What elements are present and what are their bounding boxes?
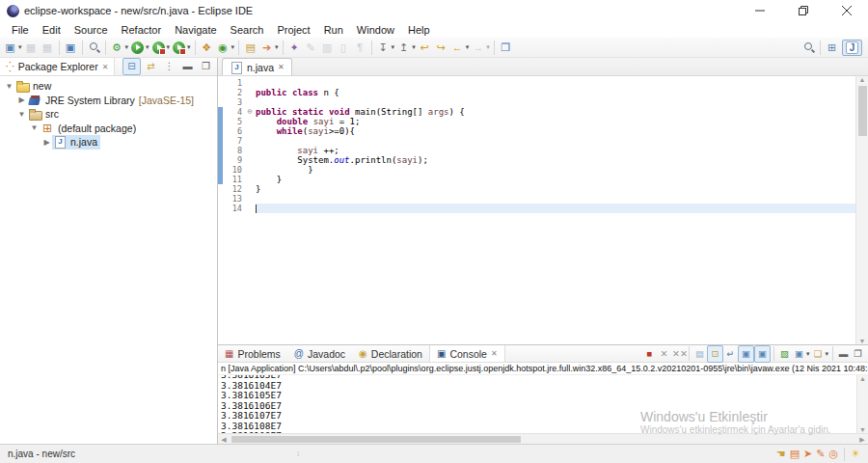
dropdown-arrow-icon[interactable]: ▾ xyxy=(146,43,149,51)
scroll-down-icon[interactable]: ▼ xyxy=(857,426,868,433)
package-explorer-tree[interactable]: ▼new▶JRE System Library [JavaSE-15]▼src▼… xyxy=(0,76,217,444)
last-edit-location-button[interactable]: ↩ xyxy=(417,39,433,56)
console-vertical-scrollbar[interactable]: ▲ ▼ xyxy=(856,375,868,433)
expander-open-icon[interactable]: ▼ xyxy=(4,82,14,91)
run-coverage-button[interactable]: ▾ xyxy=(150,39,172,56)
tab-problems[interactable]: ▦Problems xyxy=(218,345,287,362)
dropdown-arrow-icon[interactable]: ▾ xyxy=(125,43,129,51)
maximize-view-button[interactable]: ❐ xyxy=(198,58,214,75)
close-view-icon[interactable]: ✕ xyxy=(102,63,109,71)
debug-button[interactable]: ⚙▾ xyxy=(109,39,130,56)
editor-vertical-scrollbar[interactable]: ▲ ▼ xyxy=(855,76,868,344)
tutorial-icon[interactable]: ➤ xyxy=(803,448,812,460)
scroll-down-icon[interactable]: ▼ xyxy=(856,338,868,344)
show-console-on-stdout-button[interactable]: ▤ xyxy=(692,345,707,363)
dropdown-arrow-icon[interactable]: ▾ xyxy=(825,350,828,358)
menu-item-run[interactable]: Run xyxy=(317,23,350,37)
restore-button[interactable] xyxy=(781,0,825,21)
scroll-right-icon[interactable]: ▶ xyxy=(856,434,868,444)
next-annotation-button[interactable]: ↧▾ xyxy=(375,39,396,56)
dropdown-arrow-icon[interactable]: ▾ xyxy=(806,350,810,358)
tree-item-n-java[interactable]: ▶n.java xyxy=(0,135,217,150)
menu-item-refactor[interactable]: Refactor xyxy=(115,23,169,37)
menu-item-search[interactable]: Search xyxy=(224,23,271,37)
minimize-view-button[interactable]: ▬ xyxy=(179,58,196,75)
close-button[interactable] xyxy=(825,0,868,21)
tree-item-default-package[interactable]: ▼⊞(default package) xyxy=(0,122,217,136)
menu-item-project[interactable]: Project xyxy=(270,23,316,37)
close-editor-icon[interactable]: ✕ xyxy=(278,63,285,71)
profile-button[interactable]: ▾ xyxy=(171,39,192,56)
clear-console-button[interactable]: ▧ xyxy=(777,345,792,363)
hand-icon[interactable]: ☚ xyxy=(776,448,786,460)
scroll-left-icon[interactable]: ◀ xyxy=(218,434,230,444)
show-console-on-stderr-button[interactable]: ▣ xyxy=(754,345,771,363)
pin-editor-button[interactable]: ✦ xyxy=(286,39,303,56)
edit-icon[interactable]: ✎ xyxy=(816,448,825,460)
console-view-button[interactable]: ▣ xyxy=(63,39,79,56)
expander-open-icon[interactable]: ▼ xyxy=(16,110,27,119)
minimize-view-button[interactable]: ▬ xyxy=(836,345,851,363)
maximize-view-button[interactable]: ❐ xyxy=(851,345,865,363)
remove-launch-button[interactable]: ✕ xyxy=(657,345,671,363)
collapse-all-button[interactable]: ⊟ xyxy=(122,58,141,75)
dropdown-arrow-icon[interactable]: ▾ xyxy=(486,43,490,51)
menu-item-navigate[interactable]: Navigate xyxy=(168,23,223,37)
back-button[interactable]: ←▾ xyxy=(449,39,471,56)
console-horizontal-scrollbar[interactable]: ◀ ▶ xyxy=(218,433,868,444)
menu-item-source[interactable]: Source xyxy=(68,23,115,37)
dropdown-arrow-icon[interactable]: ▾ xyxy=(392,43,395,51)
scroll-up-icon[interactable]: ▲ xyxy=(857,375,868,382)
external-tools-button[interactable]: ➔▾ xyxy=(258,39,280,56)
search-button[interactable] xyxy=(800,39,817,56)
scroll-lock-button[interactable]: ⊡ xyxy=(707,345,723,363)
menu-item-edit[interactable]: Edit xyxy=(36,23,68,37)
tab-package-explorer[interactable]: ⁛ Package Explorer ✕ xyxy=(0,58,115,75)
close-view-icon[interactable]: ✕ xyxy=(491,349,498,358)
open-task-button[interactable]: ▤ xyxy=(242,39,258,56)
view-menu-button[interactable]: ⋮ xyxy=(161,58,177,75)
dropdown-arrow-icon[interactable]: ▾ xyxy=(18,43,22,51)
fold-collapse-icon[interactable]: ⊖ xyxy=(244,107,256,117)
new-java-project-button[interactable]: ❖ xyxy=(199,39,215,56)
menu-item-window[interactable]: Window xyxy=(350,23,401,37)
dropdown-arrow-icon[interactable]: ▾ xyxy=(412,43,416,51)
menu-item-file[interactable]: File xyxy=(5,23,36,37)
word-wrap-button[interactable]: ↵ xyxy=(723,345,738,363)
scrollbar-thumb[interactable] xyxy=(858,86,867,136)
tip-of-day-icon[interactable]: ☀ xyxy=(851,448,860,460)
link-with-editor-button[interactable]: ⇄ xyxy=(143,58,159,75)
console-output-area[interactable]: 3.3816103E73.3816104E73.3816105E73.38161… xyxy=(218,375,868,433)
tree-item-project-new[interactable]: ▼new xyxy=(0,79,217,94)
open-window-button[interactable]: ❐ xyxy=(498,39,514,56)
scrollbar-thumb[interactable] xyxy=(231,436,521,443)
tab-declaration[interactable]: ◉Declaration xyxy=(352,345,429,362)
pin-console-button[interactable]: ▣ xyxy=(738,345,754,363)
search-file-button[interactable] xyxy=(86,39,102,56)
dropdown-arrow-icon[interactable]: ▾ xyxy=(167,43,171,51)
expander-closed-icon[interactable]: ▶ xyxy=(16,95,27,104)
target-icon[interactable]: ◎ xyxy=(829,448,839,460)
previous-annotation-button[interactable]: ↥▾ xyxy=(395,39,417,56)
remove-all-launches-button[interactable]: ✕✕ xyxy=(671,345,686,363)
scroll-up-icon[interactable]: ▲ xyxy=(856,76,868,83)
new-wizard-button[interactable]: ▣▾ xyxy=(2,39,23,56)
previous-edit-location-button[interactable]: ↪ xyxy=(433,39,449,56)
tree-item-src[interactable]: ▼src xyxy=(0,107,217,122)
open-console-button[interactable]: ❏▾ xyxy=(810,345,829,363)
dropdown-arrow-icon[interactable]: ▾ xyxy=(466,43,470,51)
tab-console[interactable]: ▣Console✕ xyxy=(429,345,505,362)
run-button[interactable]: ▾ xyxy=(129,39,150,56)
tab-javadoc[interactable]: @Javadoc xyxy=(287,345,352,362)
code-editor[interactable]: 12public class n {34⊖public static void … xyxy=(218,76,855,344)
java-perspective-button[interactable]: J xyxy=(842,40,862,56)
expander-closed-icon[interactable]: ▶ xyxy=(41,138,52,147)
status-splitter-handle[interactable]: ⁞ xyxy=(297,449,300,458)
book-icon[interactable]: ▤ xyxy=(790,448,800,460)
dropdown-arrow-icon[interactable]: ▾ xyxy=(231,43,235,51)
display-selected-console-button[interactable]: ▣▾ xyxy=(792,345,811,363)
dropdown-arrow-icon[interactable]: ▾ xyxy=(187,43,191,51)
dropdown-arrow-icon[interactable]: ▾ xyxy=(275,43,279,51)
minimize-button[interactable] xyxy=(738,0,781,21)
open-element-button[interactable]: ◉▾ xyxy=(215,39,236,56)
